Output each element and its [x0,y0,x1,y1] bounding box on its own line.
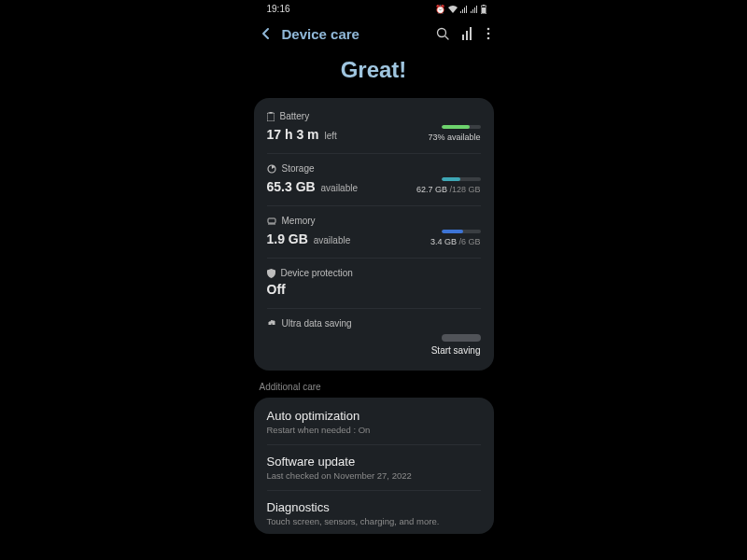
storage-icon [267,164,276,174]
svg-point-10 [486,37,489,40]
uds-action[interactable]: Start saving [431,345,481,356]
svg-line-4 [445,36,448,39]
battery-icon [481,5,486,14]
svg-point-9 [486,33,489,35]
list-title: Software update [267,455,481,469]
section-label: Additional care [254,380,494,398]
protection-label: Device protection [281,268,353,278]
data-saving-icon [267,319,276,328]
protection-value: Off [267,282,286,297]
status-headline: Great! [254,57,494,83]
battery-value: 17 h 3 m [267,127,319,142]
status-time: 19:16 [267,4,290,14]
svg-rect-11 [267,113,275,121]
main-panel: Battery 17 h 3 m left 73% available Stor… [254,98,494,371]
back-button[interactable] [258,25,275,42]
svg-point-3 [437,29,445,37]
additional-panel: Auto optimization Restart when needed : … [254,398,494,534]
app-bar: Device care [254,16,494,49]
list-title: Auto optimization [267,409,481,423]
uds-item[interactable]: Ultra data saving Start saving [267,309,481,367]
battery-right: 73% available [428,133,480,142]
storage-value: 65.3 GB [267,179,316,194]
list-sub: Touch screen, sensors, charging, and mor… [267,516,481,526]
battery-bar [442,125,481,129]
hero: Great! [254,49,494,98]
battery-label: Battery [280,111,310,121]
memory-total: /6 GB [458,237,480,246]
protection-item[interactable]: Device protection Off [267,259,481,309]
svg-rect-5 [462,35,464,40]
memory-used: 3.4 GB [430,237,457,246]
memory-icon [267,217,276,225]
storage-total: /128 GB [449,185,480,194]
page-title: Device care [282,26,429,42]
list-sub: Restart when needed : On [267,425,481,435]
diagnostics-item[interactable]: Diagnostics Touch screen, sensors, charg… [267,491,481,532]
svg-rect-14 [268,218,275,223]
memory-bar [442,230,481,233]
more-icon[interactable] [486,27,490,40]
svg-rect-1 [483,5,485,6]
list-title: Diagnostics [267,500,481,514]
wifi-icon [448,6,458,13]
signal-icon [471,6,478,13]
software-update-item[interactable]: Software update Last checked on November… [267,445,481,491]
auto-optimization-item[interactable]: Auto optimization Restart when needed : … [267,399,481,445]
status-icons: ⏰ [435,5,486,14]
alarm-icon: ⏰ [435,5,445,14]
battery-icon [267,112,275,121]
uds-pill [442,334,481,342]
svg-rect-2 [482,7,486,13]
uds-label: Ultra data saving [282,318,352,329]
storage-label: Storage [282,163,315,174]
svg-rect-7 [470,27,472,40]
svg-rect-12 [269,112,272,114]
list-sub: Last checked on November 27, 2022 [267,470,481,481]
battery-suffix: left [324,131,336,141]
chart-icon[interactable] [462,27,473,40]
memory-label: Memory [282,216,316,226]
signal-icon [460,6,468,13]
storage-item[interactable]: Storage 65.3 GB available 62.7 GB /128 G… [267,154,481,206]
svg-point-8 [486,28,489,31]
status-bar: 19:16 ⏰ [254,0,494,16]
memory-suffix: available [314,235,350,245]
search-icon[interactable] [436,27,449,40]
phone-frame: 19:16 ⏰ Device care [250,0,498,560]
memory-value: 1.9 GB [267,231,308,246]
shield-icon [267,269,275,278]
memory-item[interactable]: Memory 1.9 GB available 3.4 GB /6 GB [267,206,481,259]
storage-used: 62.7 GB [416,185,447,194]
storage-suffix: available [321,183,358,193]
battery-item[interactable]: Battery 17 h 3 m left 73% available [267,102,481,154]
storage-bar [442,177,481,181]
svg-rect-6 [466,31,468,40]
